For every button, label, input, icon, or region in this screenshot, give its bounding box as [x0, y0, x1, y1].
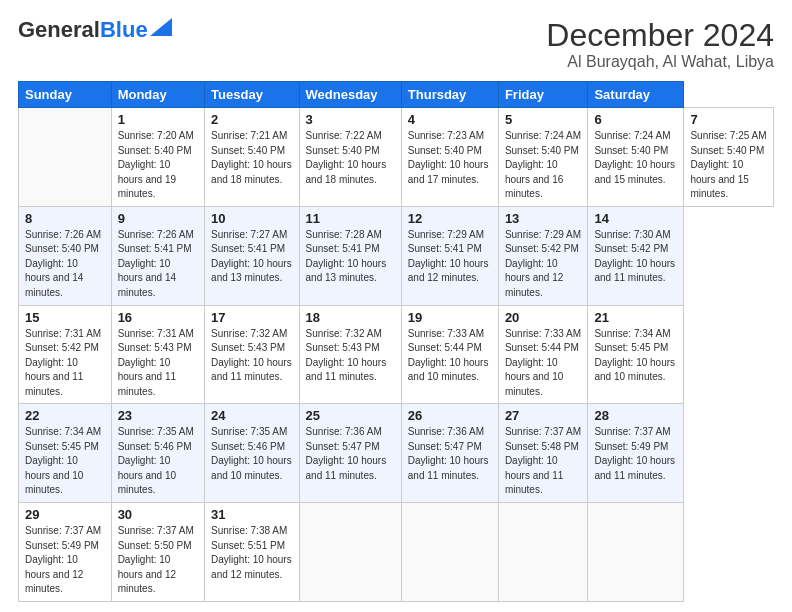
calendar-day-cell: 23Sunrise: 7:35 AMSunset: 5:46 PMDayligh…	[111, 404, 204, 503]
day-info: Sunrise: 7:32 AMSunset: 5:43 PMDaylight:…	[211, 328, 292, 383]
calendar-day-cell: 24Sunrise: 7:35 AMSunset: 5:46 PMDayligh…	[205, 404, 299, 503]
calendar-day-cell	[498, 503, 588, 602]
day-info: Sunrise: 7:37 AMSunset: 5:49 PMDaylight:…	[594, 426, 675, 481]
calendar-day-cell	[299, 503, 401, 602]
day-info: Sunrise: 7:31 AMSunset: 5:42 PMDaylight:…	[25, 328, 101, 397]
day-number: 2	[211, 112, 292, 127]
day-info: Sunrise: 7:24 AMSunset: 5:40 PMDaylight:…	[594, 130, 675, 185]
day-number: 13	[505, 211, 582, 226]
day-info: Sunrise: 7:29 AMSunset: 5:42 PMDaylight:…	[505, 229, 581, 298]
svg-marker-0	[150, 18, 172, 36]
calendar-day-cell: 16Sunrise: 7:31 AMSunset: 5:43 PMDayligh…	[111, 305, 204, 404]
day-number: 30	[118, 507, 198, 522]
day-info: Sunrise: 7:37 AMSunset: 5:50 PMDaylight:…	[118, 525, 194, 594]
day-info: Sunrise: 7:35 AMSunset: 5:46 PMDaylight:…	[211, 426, 292, 481]
calendar-day-cell: 9Sunrise: 7:26 AMSunset: 5:41 PMDaylight…	[111, 206, 204, 305]
day-of-week-header: Monday	[111, 82, 204, 108]
day-number: 24	[211, 408, 292, 423]
day-info: Sunrise: 7:32 AMSunset: 5:43 PMDaylight:…	[306, 328, 387, 383]
day-number: 26	[408, 408, 492, 423]
calendar-week-row: 29Sunrise: 7:37 AMSunset: 5:49 PMDayligh…	[19, 503, 774, 602]
day-number: 8	[25, 211, 105, 226]
day-of-week-header: Sunday	[19, 82, 112, 108]
day-number: 4	[408, 112, 492, 127]
calendar-table: SundayMondayTuesdayWednesdayThursdayFrid…	[18, 81, 774, 602]
calendar-week-row: 15Sunrise: 7:31 AMSunset: 5:42 PMDayligh…	[19, 305, 774, 404]
day-number: 17	[211, 310, 292, 325]
calendar-day-cell: 27Sunrise: 7:37 AMSunset: 5:48 PMDayligh…	[498, 404, 588, 503]
logo: GeneralBlue	[18, 18, 172, 42]
calendar-day-cell	[588, 503, 684, 602]
day-info: Sunrise: 7:20 AMSunset: 5:40 PMDaylight:…	[118, 130, 194, 199]
calendar-day-cell: 11Sunrise: 7:28 AMSunset: 5:41 PMDayligh…	[299, 206, 401, 305]
day-info: Sunrise: 7:31 AMSunset: 5:43 PMDaylight:…	[118, 328, 194, 397]
day-number: 18	[306, 310, 395, 325]
day-number: 23	[118, 408, 198, 423]
day-number: 25	[306, 408, 395, 423]
calendar-week-row: 22Sunrise: 7:34 AMSunset: 5:45 PMDayligh…	[19, 404, 774, 503]
day-number: 19	[408, 310, 492, 325]
calendar-day-cell: 31Sunrise: 7:38 AMSunset: 5:51 PMDayligh…	[205, 503, 299, 602]
day-info: Sunrise: 7:33 AMSunset: 5:44 PMDaylight:…	[505, 328, 581, 397]
header: GeneralBlue December 2024 Al Burayqah, A…	[18, 18, 774, 71]
day-number: 9	[118, 211, 198, 226]
day-info: Sunrise: 7:36 AMSunset: 5:47 PMDaylight:…	[408, 426, 489, 481]
day-of-week-header: Tuesday	[205, 82, 299, 108]
day-number: 11	[306, 211, 395, 226]
logo-text: GeneralBlue	[18, 18, 148, 42]
calendar-day-cell: 1Sunrise: 7:20 AMSunset: 5:40 PMDaylight…	[111, 108, 204, 207]
calendar-day-cell: 2Sunrise: 7:21 AMSunset: 5:40 PMDaylight…	[205, 108, 299, 207]
day-info: Sunrise: 7:26 AMSunset: 5:41 PMDaylight:…	[118, 229, 194, 298]
day-info: Sunrise: 7:28 AMSunset: 5:41 PMDaylight:…	[306, 229, 387, 284]
day-number: 10	[211, 211, 292, 226]
day-of-week-header: Friday	[498, 82, 588, 108]
calendar-day-cell: 28Sunrise: 7:37 AMSunset: 5:49 PMDayligh…	[588, 404, 684, 503]
day-number: 29	[25, 507, 105, 522]
day-info: Sunrise: 7:24 AMSunset: 5:40 PMDaylight:…	[505, 130, 581, 199]
day-info: Sunrise: 7:21 AMSunset: 5:40 PMDaylight:…	[211, 130, 292, 185]
day-number: 14	[594, 211, 677, 226]
day-number: 7	[690, 112, 767, 127]
calendar-day-cell: 6Sunrise: 7:24 AMSunset: 5:40 PMDaylight…	[588, 108, 684, 207]
calendar-day-cell: 26Sunrise: 7:36 AMSunset: 5:47 PMDayligh…	[401, 404, 498, 503]
calendar-day-cell	[19, 108, 112, 207]
calendar-week-row: 8Sunrise: 7:26 AMSunset: 5:40 PMDaylight…	[19, 206, 774, 305]
day-info: Sunrise: 7:25 AMSunset: 5:40 PMDaylight:…	[690, 130, 766, 199]
day-number: 12	[408, 211, 492, 226]
calendar-week-row: 1Sunrise: 7:20 AMSunset: 5:40 PMDaylight…	[19, 108, 774, 207]
day-number: 15	[25, 310, 105, 325]
calendar-day-cell: 21Sunrise: 7:34 AMSunset: 5:45 PMDayligh…	[588, 305, 684, 404]
calendar-day-cell: 8Sunrise: 7:26 AMSunset: 5:40 PMDaylight…	[19, 206, 112, 305]
calendar-day-cell	[401, 503, 498, 602]
header-row: SundayMondayTuesdayWednesdayThursdayFrid…	[19, 82, 774, 108]
day-info: Sunrise: 7:22 AMSunset: 5:40 PMDaylight:…	[306, 130, 387, 185]
day-number: 27	[505, 408, 582, 423]
calendar-day-cell: 25Sunrise: 7:36 AMSunset: 5:47 PMDayligh…	[299, 404, 401, 503]
day-number: 3	[306, 112, 395, 127]
day-number: 31	[211, 507, 292, 522]
day-info: Sunrise: 7:33 AMSunset: 5:44 PMDaylight:…	[408, 328, 489, 383]
calendar-day-cell: 22Sunrise: 7:34 AMSunset: 5:45 PMDayligh…	[19, 404, 112, 503]
day-number: 5	[505, 112, 582, 127]
day-info: Sunrise: 7:38 AMSunset: 5:51 PMDaylight:…	[211, 525, 292, 580]
calendar-day-cell: 17Sunrise: 7:32 AMSunset: 5:43 PMDayligh…	[205, 305, 299, 404]
day-number: 28	[594, 408, 677, 423]
calendar-day-cell: 12Sunrise: 7:29 AMSunset: 5:41 PMDayligh…	[401, 206, 498, 305]
day-number: 6	[594, 112, 677, 127]
calendar-day-cell: 4Sunrise: 7:23 AMSunset: 5:40 PMDaylight…	[401, 108, 498, 207]
day-info: Sunrise: 7:36 AMSunset: 5:47 PMDaylight:…	[306, 426, 387, 481]
calendar-day-cell: 13Sunrise: 7:29 AMSunset: 5:42 PMDayligh…	[498, 206, 588, 305]
calendar-day-cell: 20Sunrise: 7:33 AMSunset: 5:44 PMDayligh…	[498, 305, 588, 404]
logo-arrow-icon	[150, 18, 172, 36]
calendar-day-cell: 10Sunrise: 7:27 AMSunset: 5:41 PMDayligh…	[205, 206, 299, 305]
day-info: Sunrise: 7:30 AMSunset: 5:42 PMDaylight:…	[594, 229, 675, 284]
calendar-day-cell: 30Sunrise: 7:37 AMSunset: 5:50 PMDayligh…	[111, 503, 204, 602]
day-info: Sunrise: 7:34 AMSunset: 5:45 PMDaylight:…	[594, 328, 675, 383]
day-info: Sunrise: 7:37 AMSunset: 5:48 PMDaylight:…	[505, 426, 581, 495]
calendar-day-cell: 5Sunrise: 7:24 AMSunset: 5:40 PMDaylight…	[498, 108, 588, 207]
calendar-day-cell: 18Sunrise: 7:32 AMSunset: 5:43 PMDayligh…	[299, 305, 401, 404]
day-info: Sunrise: 7:29 AMSunset: 5:41 PMDaylight:…	[408, 229, 489, 284]
day-info: Sunrise: 7:23 AMSunset: 5:40 PMDaylight:…	[408, 130, 489, 185]
day-info: Sunrise: 7:27 AMSunset: 5:41 PMDaylight:…	[211, 229, 292, 284]
calendar-day-cell: 3Sunrise: 7:22 AMSunset: 5:40 PMDaylight…	[299, 108, 401, 207]
